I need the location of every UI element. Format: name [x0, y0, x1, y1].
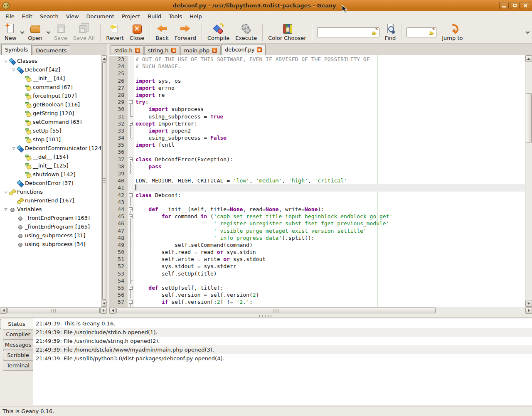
tree-item[interactable]: _frontEndProgram [165] [0, 222, 107, 231]
code-line[interactable]: 41 [109, 184, 525, 191]
fold-marker-icon[interactable] [128, 156, 134, 163]
line-number[interactable]: 36 [109, 148, 128, 155]
code-text[interactable]: import sys, os [134, 77, 525, 84]
file-tab-string.h[interactable]: string.h [144, 45, 180, 55]
code-text[interactable]: sys.stdout = sys.stderr [134, 263, 525, 270]
code-line[interactable]: 37class DebconfError(Exception): [109, 156, 525, 163]
fold-marker-icon[interactable] [128, 284, 134, 291]
line-number[interactable]: 32 [109, 120, 128, 127]
tree-item[interactable]: _frontEndProgram [163] [0, 214, 107, 222]
message-row[interactable]: 21:49:39: File /usr/lib/python3.0/dist-p… [33, 354, 532, 363]
code-text[interactable]: for command in ('capb set reset title in… [134, 213, 525, 220]
new-dropdown-arrow[interactable] [19, 24, 25, 41]
sidebar-tab-Documents[interactable]: Documents [32, 45, 70, 55]
line-number[interactable]: 48 [109, 234, 128, 241]
menu-help[interactable]: Help [186, 11, 206, 22]
code-line[interactable]: 35import fcntl [109, 141, 525, 148]
new-button[interactable]: New [2, 22, 19, 42]
fold-marker-icon[interactable] [128, 213, 134, 220]
code-text[interactable]: using_subprocess = True [134, 113, 525, 120]
scroll-right-icon[interactable] [525, 307, 532, 314]
expander-open-icon[interactable]: ▽ [10, 146, 17, 150]
expander-open-icon[interactable]: ▽ [2, 190, 9, 194]
tree-item[interactable]: ▽Functions [0, 187, 107, 196]
code-text[interactable] [134, 199, 525, 206]
toolbar-overflow-button[interactable] [525, 24, 530, 41]
code-text[interactable]: self.write = write or sys.stdout [134, 256, 525, 263]
line-number[interactable]: 25 [109, 70, 128, 77]
line-number[interactable]: 35 [109, 141, 128, 148]
code-text[interactable]: import re [134, 91, 525, 98]
open-button[interactable]: Open [25, 22, 45, 42]
line-number[interactable]: 30 [109, 106, 128, 113]
find-button[interactable]: Find [382, 22, 399, 42]
scroll-up-icon[interactable] [102, 55, 107, 62]
code-line[interactable]: 40LOW, MEDIUM, HIGH, CRITICAL = 'low', '… [109, 177, 525, 184]
search-input[interactable] [317, 27, 379, 37]
editor-vertical-scrollbar[interactable] [525, 55, 532, 307]
save-all-button[interactable]: Save All [70, 22, 98, 42]
code-text[interactable]: class Debconf: [134, 192, 525, 199]
scroll-down-icon[interactable] [102, 300, 107, 307]
menu-view[interactable]: View [62, 11, 83, 22]
fold-marker-icon[interactable] [128, 98, 134, 106]
code-line[interactable]: 50 self.read = read or sys.stdin [109, 249, 525, 256]
message-row[interactable]: 21:49:39: This is Geany 0.16. [33, 319, 532, 328]
code-line[interactable]: 43 [109, 199, 525, 206]
message-row[interactable]: 21:49:39: File /usr/include/stdio.h open… [33, 328, 532, 337]
tree-item[interactable]: using_subprocess [34] [0, 240, 107, 249]
code-text[interactable]: self.read = read or sys.stdin [134, 249, 525, 256]
code-text[interactable]: if self.version[:2] != '2.': [134, 298, 525, 305]
message-row[interactable]: 21:49:39: File /usr/include/string.h ope… [33, 337, 532, 345]
expander-open-icon[interactable]: ▽ [10, 68, 17, 72]
code-text[interactable]: import errno [134, 84, 525, 91]
message-tab-compiler[interactable]: Compiler [3, 329, 33, 340]
code-text[interactable] [134, 170, 525, 177]
line-number[interactable]: 45 [109, 213, 128, 220]
clear-search-icon[interactable] [372, 30, 378, 35]
code-line[interactable]: 34 using_subprocess = False [109, 134, 525, 141]
code-line[interactable]: 58 raise DebconfError(256, "wrong versio… [109, 306, 525, 307]
fold-marker-icon[interactable] [128, 120, 134, 127]
compile-button[interactable]: Compile [204, 22, 232, 42]
code-line[interactable]: 31 using_subprocess = True [109, 113, 525, 120]
code-line[interactable]: 53 self.setUp(title) [109, 270, 525, 277]
tree-item[interactable]: ▽DebconfCommunicator [124] [0, 144, 107, 153]
editor-horizontal-scrollbar[interactable] [109, 307, 532, 314]
code-line[interactable]: 55 def setUp(self, title): [109, 284, 525, 291]
code-text[interactable]: self.version = self.version(2) [134, 291, 525, 298]
tree-item[interactable]: __init__ [125] [0, 161, 107, 170]
scroll-left-icon[interactable] [109, 307, 116, 314]
code-text[interactable]: import popen2 [134, 127, 525, 134]
fold-marker-icon[interactable] [128, 206, 134, 213]
code-line[interactable]: 29try: [109, 98, 525, 106]
message-tab-status[interactable]: Status [0, 319, 33, 329]
menu-tools[interactable]: Tools [165, 11, 186, 22]
tree-item[interactable]: forceInput [107] [0, 91, 107, 100]
code-text[interactable]: import subprocess [134, 106, 525, 113]
code-line[interactable]: 36 [109, 148, 525, 155]
menu-search[interactable]: Search [36, 11, 62, 22]
code-text[interactable] [134, 148, 525, 155]
open-dropdown-arrow[interactable] [45, 24, 51, 41]
message-tab-messages[interactable]: Messages [3, 340, 33, 350]
close-window-button[interactable] [521, 2, 530, 9]
code-line[interactable]: 56 self.version = self.version(2) [109, 291, 525, 298]
line-number[interactable]: 26 [109, 77, 128, 84]
expander-open-icon[interactable]: ▽ [2, 59, 9, 63]
code-text[interactable]: self.setCommand(command) [134, 241, 525, 249]
file-tab-stdio.h[interactable]: stdio.h [111, 45, 144, 55]
line-number[interactable]: 23 [109, 56, 128, 63]
code-text[interactable]: ' visible purge metaget exist version se… [134, 227, 525, 234]
tab-close-icon[interactable] [171, 48, 176, 53]
line-number[interactable]: 24 [109, 63, 128, 70]
code-line[interactable]: 33 import popen2 [109, 127, 525, 134]
tree-item[interactable]: runFrontEnd [167] [0, 196, 107, 205]
code-text[interactable]: ' info progress data').split(): [134, 234, 525, 241]
menu-build[interactable]: Build [144, 11, 165, 22]
file-tab-main.php[interactable]: main.php [180, 45, 221, 55]
line-number[interactable]: 34 [109, 134, 128, 141]
line-number[interactable]: 33 [109, 127, 128, 134]
code-line[interactable]: 39 [109, 170, 525, 177]
scroll-right-icon[interactable] [100, 307, 107, 314]
